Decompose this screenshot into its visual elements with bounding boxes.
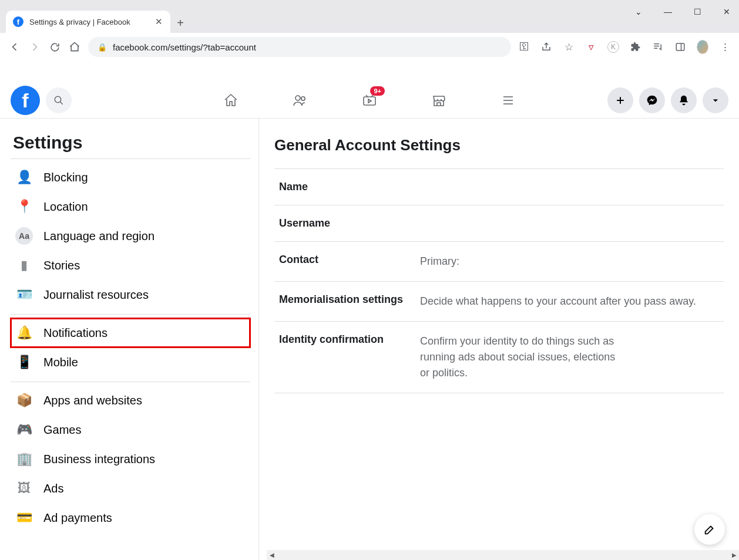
kebab-menu-icon[interactable]: ⋮ — [719, 41, 731, 53]
messenger-button[interactable] — [639, 87, 665, 113]
forward-icon[interactable] — [28, 41, 41, 53]
sidebar-item-apps[interactable]: 📦Apps and websites — [11, 386, 250, 415]
watch-tab[interactable]: 9+ — [358, 89, 381, 112]
chevron-down-icon[interactable]: ⌄ — [630, 7, 647, 16]
reload-icon[interactable] — [48, 41, 61, 53]
settings-row[interactable]: Username — [274, 205, 724, 241]
top-nav: 9+ — [219, 89, 520, 112]
sidebar-item-mobile[interactable]: 📱Mobile — [11, 348, 250, 377]
tab-title: Settings & privacy | Facebook — [29, 18, 154, 26]
adpayments-icon: 💳 — [15, 509, 33, 527]
compose-button[interactable] — [694, 514, 725, 545]
sidebar-item-label: Language and region — [43, 230, 154, 243]
divider — [11, 158, 250, 159]
home-tab[interactable] — [219, 89, 243, 112]
browser-tab-strip: f Settings & privacy | Facebook ✕ + ⌄ — … — [0, 0, 739, 33]
new-tab-button[interactable]: + — [170, 13, 190, 33]
marketplace-tab[interactable] — [427, 89, 451, 112]
svg-rect-0 — [676, 43, 684, 50]
row-label: Contact — [279, 254, 420, 266]
notifications-button[interactable] — [671, 87, 697, 113]
media-icon[interactable] — [652, 41, 664, 53]
profile-avatar[interactable] — [697, 41, 708, 53]
settings-row[interactable]: Memorialisation settingsDecide what happ… — [274, 281, 724, 321]
sidebar-item-label: Journalist resources — [43, 288, 149, 302]
facebook-favicon: f — [13, 16, 23, 27]
sidebar-item-label: Location — [43, 200, 88, 214]
search-button[interactable] — [46, 87, 72, 113]
sidebar-item-business[interactable]: 🏢Business integrations — [11, 444, 250, 474]
sidepanel-icon[interactable] — [674, 41, 686, 53]
sidebar-item-adpayments[interactable]: 💳Ad payments — [11, 503, 250, 532]
menu-tab[interactable] — [496, 89, 520, 112]
close-tab-icon[interactable]: ✕ — [154, 16, 163, 27]
svg-point-5 — [301, 97, 305, 100]
row-value: Primary: — [420, 254, 719, 269]
scroll-left-icon[interactable]: ◀ — [267, 550, 277, 560]
language-icon: Aa — [15, 227, 33, 245]
sidebar-item-ads[interactable]: 🖼Ads — [11, 474, 250, 503]
extensions-icon[interactable] — [630, 41, 641, 53]
sidebar-title: Settings — [13, 133, 250, 153]
lock-icon: 🔒 — [98, 43, 107, 52]
svg-point-2 — [55, 96, 61, 103]
sidebar-item-label: Notifications — [43, 326, 108, 340]
settings-row[interactable]: Identity confirmationConfirm your identi… — [274, 321, 724, 393]
ext-k-icon[interactable]: K — [607, 41, 619, 53]
sidebar-item-label: Business integrations — [43, 453, 155, 466]
page-title: General Account Settings — [274, 136, 724, 154]
sidebar-item-games[interactable]: 🎮Games — [11, 415, 250, 444]
sidebar-item-blocking[interactable]: 👤Blocking — [11, 163, 250, 192]
divider — [11, 382, 250, 382]
scroll-right-icon[interactable]: ▶ — [729, 550, 739, 560]
account-dropdown[interactable] — [703, 87, 728, 113]
browser-tab[interactable]: f Settings & privacy | Facebook ✕ — [6, 11, 170, 33]
create-button[interactable] — [607, 87, 633, 113]
address-bar: 🔒 facebook.com/settings/?tab=account ⚿ ☆… — [0, 33, 739, 62]
home-icon[interactable] — [68, 41, 81, 53]
settings-row[interactable]: ContactPrimary: — [274, 241, 724, 281]
sidebar-item-location[interactable]: 📍Location — [11, 192, 250, 221]
url-text: facebook.com/settings/?tab=account — [113, 42, 256, 52]
mcafee-icon[interactable]: ▿ — [585, 41, 597, 53]
blocking-icon: 👤 — [15, 168, 33, 186]
row-value: Confirm your identity to do things such … — [420, 333, 620, 381]
page-body: Settings 👤Blocking📍LocationAaLanguage an… — [0, 119, 739, 560]
back-icon[interactable] — [8, 41, 21, 53]
close-window-icon[interactable]: ✕ — [718, 7, 735, 16]
watch-badge: 9+ — [370, 86, 385, 96]
notifications-icon: 🔔 — [15, 324, 33, 342]
minimize-icon[interactable]: — — [659, 7, 677, 16]
sidebar-item-stories[interactable]: ▮Stories — [11, 251, 250, 280]
facebook-logo[interactable]: f — [11, 86, 40, 115]
journalist-icon: 🪪 — [15, 286, 33, 303]
sidebar-item-label: Apps and websites — [43, 394, 142, 407]
row-label: Name — [279, 181, 420, 193]
sidebar-item-label: Mobile — [43, 356, 78, 369]
url-field[interactable]: 🔒 facebook.com/settings/?tab=account — [88, 37, 511, 57]
horizontal-scrollbar[interactable]: ◀ ▶ — [267, 550, 739, 560]
sidebar-item-notifications[interactable]: 🔔Notifications — [11, 318, 250, 348]
ads-icon: 🖼 — [15, 480, 33, 497]
friends-tab[interactable] — [288, 89, 312, 112]
svg-point-4 — [295, 96, 300, 100]
share-icon[interactable] — [540, 41, 552, 53]
maximize-icon[interactable]: ☐ — [688, 7, 706, 16]
settings-row[interactable]: Name — [274, 168, 724, 205]
facebook-header: f 9+ — [0, 83, 739, 119]
bookmark-star-icon[interactable]: ☆ — [563, 41, 575, 53]
row-label: Username — [279, 217, 420, 230]
window-controls: ⌄ — ☐ ✕ — [630, 0, 735, 23]
sidebar-item-journalist[interactable]: 🪪Journalist resources — [11, 280, 250, 309]
row-value: Decide what happens to your account afte… — [420, 294, 719, 309]
settings-sidebar: Settings 👤Blocking📍LocationAaLanguage an… — [0, 119, 258, 560]
toolbar-actions: ⚿ ☆ ▿ K ⋮ — [518, 41, 731, 53]
apps-icon: 📦 — [15, 392, 33, 409]
games-icon: 🎮 — [15, 421, 33, 438]
sidebar-item-label: Games — [43, 423, 81, 437]
sidebar-item-label: Ads — [43, 482, 63, 495]
sidebar-item-language[interactable]: AaLanguage and region — [11, 221, 250, 251]
svg-rect-6 — [364, 97, 375, 105]
key-icon[interactable]: ⚿ — [518, 41, 530, 53]
main-panel: General Account Settings NameUsernameCon… — [258, 119, 739, 560]
